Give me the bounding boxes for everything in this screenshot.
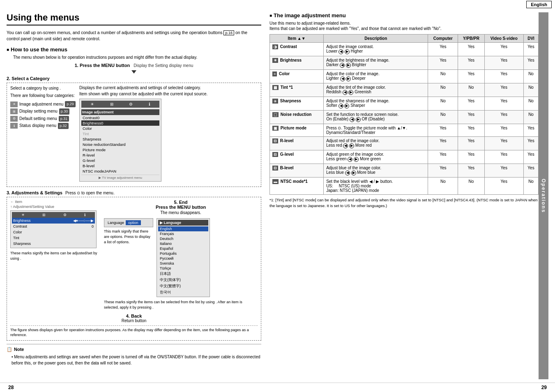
- cat-label-1: Image adjustment menu: [19, 101, 63, 107]
- tint-icon: ▦: [272, 85, 279, 90]
- adj-brightness-row: Brightness ◀●──○──▶: [12, 218, 95, 224]
- step5-desc: The menu disappears.: [104, 210, 258, 215]
- left-btn5: ◀: [339, 104, 343, 108]
- lang-francais: Français: [158, 231, 208, 236]
- menu-icon-grid: ⊞: [110, 102, 113, 106]
- video-tint: Yes: [484, 83, 524, 97]
- desc-ntsc: Set the black level with ◀ / ▶ button. U…: [324, 178, 428, 195]
- menu-row-contrast: Contrast0: [81, 115, 159, 120]
- adj-brightness-label: Brightness: [13, 219, 31, 223]
- computer-ntsc: No: [428, 178, 458, 195]
- ntsc-icon: ▬: [272, 179, 279, 184]
- table-row: ▣ Picture mode Press ⊙. Toggle the pictu…: [270, 124, 539, 137]
- contrast-icon: ◑: [272, 44, 278, 49]
- item-glevel: ⊟ G-level: [270, 150, 324, 164]
- right-text2: Item shown with gray cannot be adjusted …: [79, 92, 258, 96]
- note-title: 📋 Note: [7, 347, 261, 352]
- menu-row-glevel: G-level: [81, 158, 159, 163]
- cat-page-3: p.31: [59, 116, 69, 122]
- desc-contrast: Adjust the image contrast. Lower ◀ ▶ Hig…: [324, 43, 428, 56]
- desc-color: Adjust the color of the image. Lighter ◀…: [324, 70, 428, 83]
- menu-row-ntsc: NTSC modeJAPAN: [81, 168, 159, 174]
- item-tint: ▦ Tint *1: [270, 83, 324, 97]
- right-btn5: ▶: [344, 104, 349, 108]
- lang-italiano: Italiano: [158, 241, 208, 246]
- dvi-rlevel: Yes: [524, 137, 539, 150]
- adj-tint-row: Tint: [12, 235, 95, 241]
- note3-text: This mark signify that there are options…: [104, 229, 153, 244]
- cat-icon-4: ℹ: [10, 123, 18, 129]
- lang-chinese-s: 中文(简体字): [158, 277, 208, 283]
- cat-label-3: Default setting menu: [19, 116, 57, 122]
- col-video: Video S-video: [484, 35, 524, 43]
- sharpness-icon: ⚹: [272, 99, 278, 104]
- cat-label-2: Display setting menu: [19, 108, 58, 114]
- table-row: ⊟ R-level Adjust red of the image color.…: [270, 137, 539, 150]
- table-row: ☀ Brightness Adjust the brightness of th…: [270, 56, 539, 70]
- lang-chinese-t: 中文(繁體字): [158, 283, 208, 289]
- category-area: Select a category by using . There are f…: [10, 85, 258, 182]
- img-adj-intro1: Use this menu to adjust image-related it…: [269, 21, 539, 25]
- adj-grid-icon: ⊞: [42, 213, 46, 217]
- step5-sub: Press the MENU button: [104, 205, 258, 210]
- dvi-brightness: Yes: [524, 56, 539, 70]
- ypbpr-ntsc: No: [458, 178, 484, 195]
- dvi-color: No: [524, 70, 539, 83]
- menu-row-picture: Picture mode: [81, 147, 159, 152]
- lang-label: Language: [108, 221, 124, 225]
- computer-noise: No: [428, 111, 458, 124]
- menu-icon-sun: ☀: [90, 102, 94, 106]
- step1-label: 1. Press the MENU button: [75, 63, 130, 68]
- cat-page-1: p.29: [65, 101, 76, 107]
- right-btn: ▶: [345, 49, 350, 54]
- page-ref: p.16: [223, 30, 234, 35]
- desc-sharpness: Adjust the sharpness of the image. Softe…: [324, 97, 428, 111]
- option-button: option: [126, 220, 141, 225]
- adj-gear-icon: ⚙: [63, 213, 67, 217]
- desc-glevel: Adjust green of the image color. Less gr…: [324, 150, 428, 164]
- computer-brightness: Yes: [428, 56, 458, 70]
- right-col-wrapper: The image adjustment menu Use this menu …: [269, 12, 548, 379]
- note-icon: 📋: [7, 347, 12, 352]
- menu-icon-info: ℹ: [149, 102, 150, 106]
- right-btn7: ▶: [349, 143, 354, 148]
- table-row: ⬚ Noise reduction Set the function to re…: [270, 111, 539, 124]
- desc-blevel: Adjust blue of the image color. Less blu…: [324, 164, 428, 178]
- page-left: 28: [8, 385, 14, 390]
- video-picture: Yes: [484, 124, 524, 137]
- right-btn9: ▶: [351, 171, 356, 175]
- desc-tint: Adjust the tint of the image color. Redd…: [324, 83, 428, 97]
- left-btn4: ◀: [343, 90, 348, 95]
- dvi-ntsc: No: [524, 178, 539, 195]
- adj-color-row: Color: [12, 229, 95, 235]
- top-bar: English: [0, 0, 555, 9]
- right-btn3: ▶: [346, 76, 351, 81]
- main-content: Using the menus You can call up on-scree…: [0, 9, 555, 383]
- ypbpr-sharpness: Yes: [458, 97, 484, 111]
- step2-label: 2. Select a Category: [7, 76, 261, 81]
- menu-footer: ▶ TV image adjustment menu: [81, 175, 159, 180]
- left-btn3: ◀: [340, 76, 345, 81]
- note-point-1: • Menu adjustments and settings are save…: [12, 354, 261, 366]
- menu-mockup: ☀ ⊞ ⚙ ℹ Image adjustment Contrast0 Brigh…: [79, 99, 161, 182]
- menu-row-noise: Noise reductionStandard: [81, 142, 159, 147]
- video-contrast: Yes: [484, 43, 524, 56]
- ypbpr-rlevel: Yes: [458, 137, 484, 150]
- adj-icons: ☀ ⊞ ⚙ ℹ: [12, 212, 95, 218]
- right-btn6: ▶: [356, 117, 361, 122]
- cat-page-2: p.30: [59, 108, 70, 115]
- category-right: Displays the current adjustments and set…: [79, 85, 258, 182]
- menu-icon-gear: ⚙: [129, 102, 133, 106]
- desc-noise: Set the function to reduce screen noise.…: [324, 111, 428, 124]
- adj-right: 5. End Press the MENU button The menu di…: [104, 200, 258, 310]
- ypbpr-contrast: Yes: [458, 43, 484, 56]
- menu-row-rlevel: R-level: [81, 152, 159, 158]
- select-text: Select a category by using .: [10, 85, 76, 91]
- right-column: The image adjustment menu Use this menu …: [269, 12, 539, 379]
- category-box: Select a category by using . There are f…: [7, 83, 261, 187]
- right-btn4: ▶: [348, 90, 353, 95]
- desc-rlevel: Adjust red of the image color. Less red …: [324, 137, 428, 150]
- blevel-icon: ⊟: [272, 166, 278, 171]
- how-to-use-sub: The menu shown below is for operation in…: [7, 55, 261, 60]
- left-btn6: ◀: [350, 117, 355, 122]
